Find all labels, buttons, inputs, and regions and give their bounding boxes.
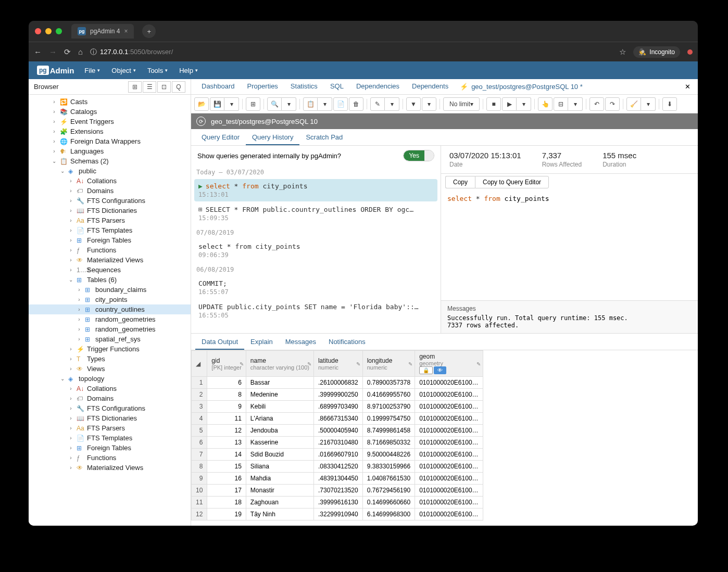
tree-item[interactable]: ›🔧FTS Configurations — [29, 196, 191, 206]
lock-icon[interactable]: 🔒 — [419, 366, 433, 374]
copy-button[interactable]: Copy — [445, 176, 475, 188]
tab-notifications[interactable]: Notifications — [322, 334, 372, 350]
grid-icon[interactable]: ⊞ — [128, 81, 142, 93]
cell-name[interactable]: L'Ariana — [246, 413, 313, 425]
edit-column-icon[interactable]: ✎ — [408, 361, 412, 366]
tree-item[interactable]: ›👁Materialized Views — [29, 255, 191, 265]
close-tab-icon[interactable]: × — [124, 28, 128, 35]
tree-caret-icon[interactable]: › — [67, 405, 74, 411]
cell-gid[interactable]: 13 — [207, 437, 246, 449]
open-file-icon[interactable]: 📂 — [194, 97, 209, 111]
tree-item[interactable]: ›🔧FTS Configurations — [29, 403, 191, 413]
tree-item[interactable]: ›🏷Domains — [29, 186, 191, 196]
tree-caret-icon[interactable]: › — [67, 356, 74, 362]
stop-icon[interactable]: ■ — [486, 97, 501, 111]
download-icon[interactable]: ⬇ — [662, 97, 677, 111]
tab-dependencies[interactable]: Dependencies — [350, 79, 406, 94]
tree-item[interactable]: ›⊞country_outlines — [29, 304, 191, 314]
tree-item[interactable]: ›AaFTS Parsers — [29, 215, 191, 225]
table-row[interactable]: 916Mahdia.483913044501.04087661530010100… — [192, 473, 483, 485]
tree-item[interactable]: ›📖FTS Dictionaries — [29, 413, 191, 423]
home-button[interactable]: ⌂ — [78, 47, 83, 56]
forward-button[interactable]: → — [49, 47, 57, 56]
cell-name[interactable]: Monastir — [246, 485, 313, 497]
tab-query-editor[interactable]: Query Editor — [195, 129, 246, 145]
incognito-badge[interactable]: 🕵Incognito — [633, 46, 680, 58]
cell-latitude[interactable]: .86667315340 — [313, 413, 362, 425]
cell-gid[interactable]: 12 — [207, 425, 246, 437]
cell-gid[interactable]: 15 — [207, 461, 246, 473]
rollback-icon[interactable]: ↶ — [589, 97, 604, 111]
cell-name[interactable]: Tây Ninh — [246, 509, 313, 520]
cell-gid[interactable]: 11 — [207, 413, 246, 425]
cell-longitude[interactable]: 8.97100253790 — [362, 401, 415, 413]
tab-query-history[interactable]: Query History — [246, 129, 299, 145]
tree-item[interactable]: ›ƒFunctions — [29, 453, 191, 463]
table-row[interactable]: 613Kasserine.216703104808.71669850332010… — [192, 437, 483, 449]
cell-gid[interactable]: 9 — [207, 401, 246, 413]
tree-caret-icon[interactable]: › — [76, 316, 83, 322]
tree-caret-icon[interactable]: › — [67, 257, 74, 263]
tree-item[interactable]: ›⊞boundary_claims — [29, 285, 191, 295]
cell-geom[interactable]: 0101000020E6100… — [415, 497, 483, 509]
browser-tab[interactable]: pg pgAdmin 4 × — [71, 24, 134, 39]
cell-name[interactable]: Zaghouan — [246, 497, 313, 509]
tree-caret-icon[interactable]: › — [67, 415, 74, 421]
tree-item[interactable]: ›AaFTS Parsers — [29, 423, 191, 433]
clear-icon[interactable]: 🧹 — [626, 97, 641, 111]
tree-caret-icon[interactable]: › — [76, 336, 83, 342]
cell-longitude[interactable]: 9.38330159966 — [362, 461, 415, 473]
reload-button[interactable]: ⟳ — [64, 47, 71, 57]
cell-geom[interactable]: 0101000020E6100… — [415, 485, 483, 497]
tree-item[interactable]: ›📚Catalogs — [29, 107, 191, 117]
copy-to-editor-button[interactable]: Copy to Query Editor — [475, 176, 549, 188]
minimize-window-button[interactable] — [45, 28, 52, 34]
profile-icon[interactable] — [687, 49, 693, 55]
redo-icon[interactable]: ↷ — [605, 97, 620, 111]
tree-item[interactable]: ›⊞Foreign Tables — [29, 235, 191, 245]
cell-latitude[interactable]: .26100006832 — [313, 377, 362, 389]
tree-caret-icon[interactable]: › — [67, 237, 74, 243]
history-entry[interactable]: ▶ select * from city_points15:13:01 — [194, 179, 437, 201]
cell-name[interactable]: Kebili — [246, 401, 313, 413]
copy-dropdown-icon[interactable]: ▾ — [318, 97, 332, 111]
cell-name[interactable]: Siliana — [246, 461, 313, 473]
cell-longitude[interactable]: 0.14699660660 — [362, 497, 415, 509]
tree-caret-icon[interactable]: › — [51, 99, 58, 105]
cell-name[interactable]: Medenine — [246, 389, 313, 401]
find-icon[interactable]: 🔍 — [267, 97, 282, 111]
cell-longitude[interactable]: 0.76729456190 — [362, 485, 415, 497]
tree-caret-icon[interactable]: › — [67, 267, 74, 273]
tree-caret-icon[interactable]: › — [67, 425, 74, 431]
history-entry[interactable]: select * from city_points09:06:39 — [194, 239, 437, 262]
find-dropdown-icon[interactable]: ▾ — [282, 97, 296, 111]
tree-caret-icon[interactable]: › — [67, 396, 74, 401]
tree-caret-icon[interactable]: › — [67, 346, 74, 352]
history-entry[interactable]: UPDATE public.city_points SET name = 'Fl… — [194, 300, 437, 322]
tree-item[interactable]: ›🏷Domains — [29, 393, 191, 403]
back-button[interactable]: ← — [34, 47, 42, 56]
tree-item[interactable]: ›1…3Sequences — [29, 265, 191, 275]
tab-data-output[interactable]: Data Output — [195, 334, 244, 350]
cell-latitude[interactable]: .08330412520 — [313, 461, 362, 473]
tab-properties[interactable]: Properties — [241, 79, 284, 94]
cell-geom[interactable]: 0101000020E6100… — [415, 377, 483, 389]
cell-geom[interactable]: 0101000020E6100… — [415, 473, 483, 485]
cell-gid[interactable]: 18 — [207, 497, 246, 509]
cell-latitude[interactable]: .01669607910 — [313, 449, 362, 461]
cell-geom[interactable]: 0101000020E6100… — [415, 461, 483, 473]
tree-caret-icon[interactable]: › — [67, 218, 74, 223]
cell-geom[interactable]: 0101000020E6100… — [415, 401, 483, 413]
execute-icon[interactable]: ▶ — [502, 97, 517, 111]
cell-latitude[interactable]: .48391304450 — [313, 473, 362, 485]
tree-item[interactable]: ›🌐Foreign Data Wrappers — [29, 136, 191, 146]
filter-icon[interactable]: ▼ — [406, 97, 421, 111]
cell-geom[interactable]: 0101000020E6100… — [415, 509, 483, 520]
column-header[interactable]: namecharacter varying (100)✎ — [246, 351, 313, 377]
tab-explain[interactable]: Explain — [244, 334, 279, 350]
tab-dashboard[interactable]: Dashboard — [195, 79, 241, 94]
cell-longitude[interactable]: 0.41669955760 — [362, 389, 415, 401]
cell-latitude[interactable]: .32299910940 — [313, 509, 362, 520]
maximize-window-button[interactable] — [56, 28, 62, 34]
copy-icon[interactable]: 📋 — [303, 97, 318, 111]
